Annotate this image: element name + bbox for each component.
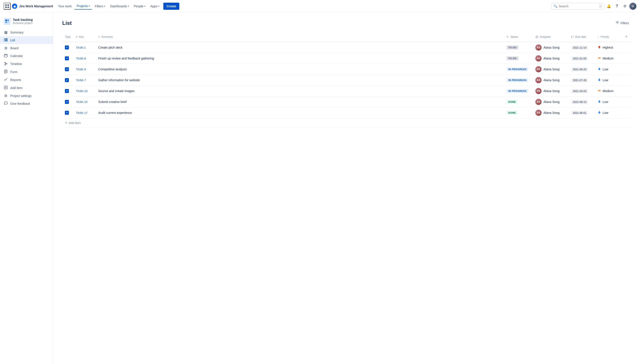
sidebar-item-board[interactable]: ⊞ Board [0,44,53,52]
sidebar-item-give-feedback[interactable]: Give feedback [0,100,53,108]
nav-projects[interactable]: Projects ▾ [74,3,92,10]
task-checkbox[interactable] [65,46,69,50]
nav-apps[interactable]: Apps ▾ [148,3,162,9]
svg-rect-13 [5,40,8,41]
task-key-cell: TASK-17 [73,108,96,118]
task-key[interactable]: TASK-15 [76,100,88,104]
task-key[interactable]: TASK-8 [76,57,86,60]
task-status-cell: DONE [504,108,533,118]
sidebar: Task tracking Business project ▦ Summary… [0,12,53,364]
status-badge[interactable]: IN PROGRESS [506,78,528,82]
sidebar-label-reports: Reports [10,78,21,82]
task-extra-cell [621,75,631,86]
task-summary: Source and create images [98,89,134,93]
sidebar-label-summary: Summary [10,31,24,34]
table-row: TASK-8 Finish up review and feedback gat… [62,53,631,64]
settings-button[interactable]: ⚙ [621,3,628,10]
page-title: List [62,20,72,26]
task-assignee-cell: AS Alana Song [533,53,568,64]
assignee-name: Alana Song [543,111,559,114]
svg-rect-10 [4,40,5,40]
svg-rect-12 [4,40,5,41]
sidebar-item-project-settings[interactable]: ⚙ Project settings [0,92,53,100]
notifications-button[interactable]: 🔔 [605,3,612,10]
add-item-row: + Add item [62,118,631,128]
sidebar-label-timeline: Timeline [10,62,22,66]
task-checkbox[interactable] [65,56,69,60]
svg-rect-2 [5,7,7,8]
nav-dashboards[interactable]: Dashboards ▾ [108,3,131,9]
task-checkbox[interactable] [65,78,69,82]
status-badge[interactable]: TO DO [506,46,518,50]
priority-low-icon [597,100,601,104]
bell-icon: 🔔 [607,4,611,8]
app-logo[interactable]: Jira Work Management [12,3,53,9]
assignee-name: Alana Song [543,78,559,82]
search-input[interactable] [559,4,598,8]
project-name: Task tracking [13,18,33,22]
task-summary: Audit current experience [98,111,132,114]
status-badge[interactable]: TO DO [506,56,518,60]
assignee-name: Alana Song [543,46,559,49]
priority-highest-icon [597,45,601,50]
add-item-button[interactable]: + Add item [65,120,81,125]
task-checkbox[interactable] [65,67,69,71]
status-badge[interactable]: DONE [506,100,518,104]
user-avatar[interactable]: U [629,3,636,10]
task-summary: Submit creative brief [98,100,127,104]
task-extra-cell [621,108,631,118]
task-checkbox[interactable] [65,111,69,115]
chevron-down-icon: ▾ [158,5,159,7]
task-key[interactable]: TASK-9 [76,68,86,71]
task-duedate-cell: 2021-03-03 [568,86,595,96]
add-column-button[interactable]: + [624,34,628,40]
status-badge[interactable]: IN PROGRESS [506,67,528,71]
svg-rect-8 [4,38,5,39]
task-priority-cell: Highest [595,42,621,53]
task-key[interactable]: TASK-10 [76,90,88,93]
task-table: Type # Key ≡ Summary ↻ Status [62,32,631,128]
nav-people[interactable]: People ▾ [132,3,148,9]
list-icon [4,38,8,42]
status-badge[interactable]: DONE [506,111,518,115]
task-checkbox[interactable] [65,89,69,93]
task-key[interactable]: TASK-17 [76,111,88,114]
table-header: Type # Key ≡ Summary ↻ Status [62,32,631,42]
priority-medium-icon [597,89,601,93]
svg-rect-6 [5,22,7,23]
nav-your-work[interactable]: Your work [56,3,74,9]
task-summary-cell: Submit creative brief [96,96,504,108]
sidebar-item-reports[interactable]: Reports [0,76,53,84]
sidebar-item-form[interactable]: Form [0,68,53,76]
task-summary: Finish up review and feedback gathering [98,56,154,60]
task-key[interactable]: TASK-7 [76,78,86,82]
svg-rect-34 [598,91,601,92]
nav-filters[interactable]: Filters ▾ [92,3,107,9]
assignee-avatar: AS [535,66,542,72]
sidebar-item-calendar[interactable]: Calendar [0,52,53,60]
priority-low-icon [597,67,601,72]
task-summary-cell: Source and create images [96,86,504,96]
filters-button[interactable]: Filters [613,20,631,26]
task-extra-cell [621,96,631,108]
priority-label: Low [602,68,608,71]
sidebar-item-timeline[interactable]: Timeline [0,60,53,68]
task-status-cell: IN PROGRESS [504,75,533,86]
task-duedate-cell: 2021-01-05 [568,53,595,64]
sidebar-item-list[interactable]: List [0,36,53,44]
task-key[interactable]: TASK-1 [76,46,86,49]
svg-rect-18 [4,62,6,63]
status-badge[interactable]: IN PROGRESS [506,89,528,93]
col-header-add[interactable]: + [621,32,631,42]
sidebar-item-add-item[interactable]: Add item [0,84,53,92]
assignee-avatar: AS [535,110,542,116]
task-assignee-cell: AS Alana Song [533,96,568,108]
task-checkbox[interactable] [65,100,69,104]
grid-menu-button[interactable] [4,3,11,10]
create-button[interactable]: Create [163,3,179,10]
sidebar-item-summary[interactable]: ▦ Summary [0,28,53,36]
search-box[interactable]: 🔍 / [551,3,604,10]
help-button[interactable]: ? [613,3,620,10]
task-priority-cell: Low [595,64,621,75]
task-duedate-cell: 2021-09-13 [568,96,595,108]
